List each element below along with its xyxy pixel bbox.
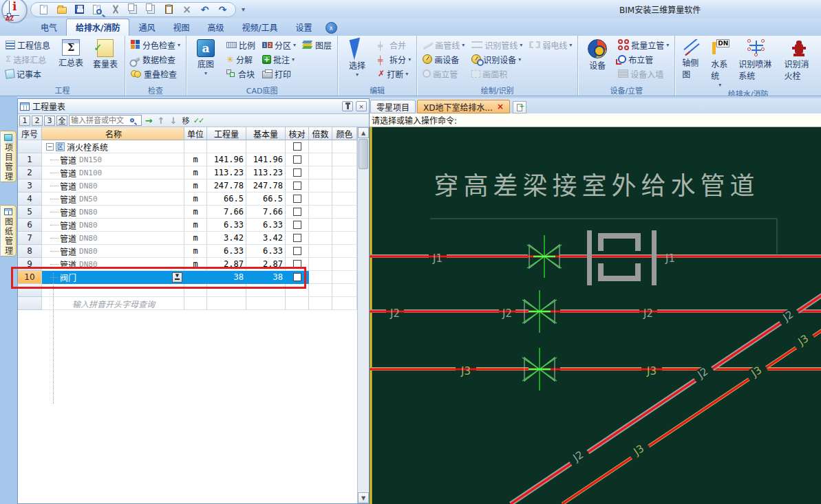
header-unit[interactable]: 单位: [184, 127, 207, 140]
header-name[interactable]: 名称: [42, 127, 184, 140]
name-dropdown-icon[interactable]: ▼: [172, 272, 182, 283]
table-row[interactable]: 5 管道DN80 m 7.66 7.66: [18, 206, 369, 219]
draw-pipeline-button[interactable]: 画管线▾: [420, 39, 467, 51]
table-row-selected[interactable]: 10 阀门▼ 38 38: [18, 271, 369, 284]
color-check-button[interactable]: 分色检查▾: [129, 39, 182, 51]
merge-button[interactable]: 合并: [376, 39, 413, 51]
explode-button[interactable]: ✳分解: [224, 53, 257, 65]
move-icon[interactable]: 移: [180, 115, 191, 126]
select-summary-button[interactable]: Σ选择汇总: [3, 53, 52, 65]
place-riser-button[interactable]: 布立管: [616, 53, 671, 65]
cad-canvas[interactable]: 穿高差梁接室外给水管道 J1: [370, 127, 821, 504]
move-up-icon[interactable]: ↑: [156, 116, 167, 126]
split-button[interactable]: 拆分▾: [376, 53, 413, 65]
toolbar-more-icon[interactable]: ▾: [242, 6, 245, 13]
device-button[interactable]: 设备: [582, 38, 613, 71]
header-multiple[interactable]: 倍数: [309, 127, 332, 140]
recognize-hydrant-button[interactable]: 识别消火栓: [781, 38, 818, 81]
new-drawing-tab-button[interactable]: +: [513, 101, 526, 113]
axonometric-button[interactable]: 轴侧图: [679, 38, 705, 80]
device-in-wall-button[interactable]: 设备入墙: [616, 67, 671, 80]
pinyin-search-input[interactable]: [71, 116, 130, 125]
tab-settings[interactable]: 设置: [287, 19, 321, 36]
table-row[interactable]: 6 管道DN80 m 6.33 6.33: [18, 219, 369, 232]
check-checkbox[interactable]: [293, 247, 301, 255]
cut-icon[interactable]: [109, 3, 121, 15]
header-seq[interactable]: 序号: [18, 127, 42, 140]
check-checkbox[interactable]: [293, 142, 301, 151]
collapse-tree-icon[interactable]: −: [46, 143, 54, 151]
pin-icon[interactable]: [342, 101, 353, 111]
redo-icon[interactable]: ↷: [217, 3, 228, 15]
copy-as-icon[interactable]: [145, 3, 157, 15]
group-row-hydrant-system[interactable]: −区消火栓系统: [18, 140, 369, 153]
check-checkbox[interactable]: [293, 195, 301, 203]
project-info-button[interactable]: 工程信息: [3, 39, 52, 51]
scroll-up-icon[interactable]: ▲: [358, 127, 369, 138]
tab-plumbing-fire[interactable]: 给排水/消防: [66, 19, 129, 36]
tab-advanced[interactable]: 高级: [198, 19, 233, 36]
merge-block-button[interactable]: 合块: [224, 67, 257, 80]
table-row[interactable]: 9 管道DN80 m 2.87 2.87: [18, 258, 369, 271]
header-base[interactable]: 基本量: [246, 127, 286, 140]
table-row[interactable]: 7 管道DN80 m 3.42 3.42: [18, 232, 369, 245]
batch-riser-button[interactable]: 批量立管▾: [616, 39, 671, 51]
collapse-ribbon-icon[interactable]: ∧: [326, 22, 337, 34]
zone-button[interactable]: 12分区▾: [260, 39, 298, 51]
table-row[interactable]: 3 管道DN80 m 247.78 247.78: [18, 179, 369, 193]
table-vertical-scrollbar[interactable]: ▲ ▼: [357, 127, 369, 503]
scrollbar-thumb[interactable]: [359, 139, 368, 169]
recognize-device-button[interactable]: 识别设备▾: [469, 53, 524, 65]
table-row[interactable]: 2 管道DN100 m 113.23 113.23: [18, 166, 369, 179]
check-checkbox[interactable]: [293, 155, 301, 164]
tab-view[interactable]: 视图: [164, 19, 198, 36]
weak-wire-button[interactable]: 弱电线▾: [527, 39, 574, 51]
close-tab-icon[interactable]: ×: [497, 102, 504, 111]
command-bar[interactable]: 请选择或输入操作命令:: [370, 113, 821, 127]
check-checkbox[interactable]: [293, 208, 301, 216]
undo-icon[interactable]: ↶: [199, 3, 211, 15]
header-qty[interactable]: 工程量: [207, 127, 246, 140]
level-all-button[interactable]: 全: [56, 116, 67, 126]
drawing-tab-misc[interactable]: 零星项目: [370, 100, 416, 113]
table-row[interactable]: 4 管道DN50 m 66.5 66.5: [18, 193, 369, 206]
tab-electrical[interactable]: 电气: [32, 19, 66, 36]
draw-area-button[interactable]: 画面积: [469, 67, 524, 80]
overlap-check-button[interactable]: 重叠检查: [129, 67, 182, 80]
data-check-button[interactable]: 数据检查: [129, 53, 182, 65]
level-2-button[interactable]: 2: [32, 116, 43, 126]
print-button[interactable]: 打印: [260, 67, 298, 80]
cad-drawing[interactable]: 穿高差梁接室外给水管道 J1: [370, 127, 821, 504]
close-panel-icon[interactable]: ×: [356, 101, 367, 111]
summary-table-button[interactable]: Σ 汇总表: [55, 38, 87, 68]
move-down-icon[interactable]: ↓: [168, 116, 179, 126]
select-button[interactable]: 选择▾: [341, 38, 373, 78]
paste-icon[interactable]: [163, 3, 175, 15]
batch-check-icon[interactable]: ✓✓: [193, 116, 204, 125]
water-system-button[interactable]: DN 水系统▾: [707, 38, 732, 88]
level-3-button[interactable]: 3: [44, 116, 55, 126]
level-1-button[interactable]: 1: [19, 116, 30, 126]
check-checkbox[interactable]: [293, 182, 301, 190]
scale-button[interactable]: 比例: [224, 39, 257, 51]
go-icon[interactable]: →: [143, 116, 154, 126]
drawing-tab-basement[interactable]: XD地下室给排水... ×: [417, 100, 510, 113]
save-icon[interactable]: [74, 3, 85, 15]
recognize-sprinkler-button[interactable]: 识别喷淋系统: [735, 38, 778, 81]
check-checkbox[interactable]: [293, 273, 301, 281]
check-checkbox[interactable]: [293, 234, 301, 242]
check-checkbox[interactable]: [293, 221, 301, 229]
draw-device-button[interactable]: 画设备: [420, 53, 467, 65]
break-button[interactable]: ✗打断▾: [376, 67, 413, 80]
tab-video-tools[interactable]: 视频/工具: [233, 19, 286, 36]
open-folder-icon[interactable]: [56, 3, 67, 15]
annotate-button[interactable]: +批注▾: [260, 53, 298, 65]
draw-riser-button[interactable]: 画立管: [420, 67, 467, 80]
quota-table-button[interactable]: ✓ 套量表: [89, 38, 121, 69]
layer-button[interactable]: 图层: [301, 39, 334, 51]
delete-icon[interactable]: ×: [181, 3, 193, 15]
sidebar-tab-drawing-manage[interactable]: 图纸管理: [1, 205, 17, 256]
recognize-pipeline-button[interactable]: 识别管线▾: [469, 39, 524, 51]
check-checkbox[interactable]: [293, 168, 301, 177]
print-preview-icon[interactable]: [92, 3, 103, 15]
